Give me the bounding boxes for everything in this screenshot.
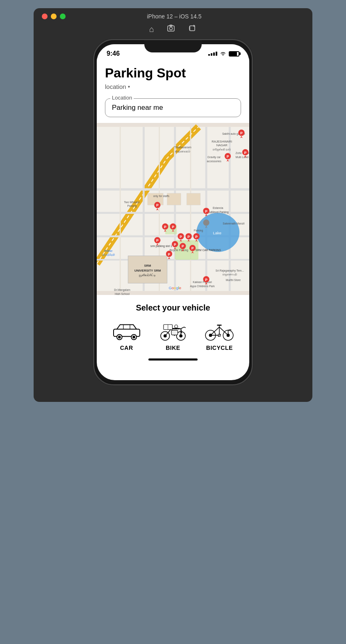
- maximize-button[interactable]: [60, 14, 66, 19]
- vehicle-options: CAR: [103, 321, 243, 351]
- svg-text:P: P: [172, 225, 174, 229]
- phone-notch: [144, 40, 202, 52]
- svg-text:accessories: accessories: [207, 160, 222, 163]
- svg-text:P: P: [227, 154, 229, 159]
- svg-text:P: P: [195, 235, 198, 239]
- svg-text:P: P: [168, 252, 171, 256]
- bicycle-label: BICYCLE: [206, 345, 233, 351]
- minimize-button[interactable]: [51, 14, 57, 19]
- svg-text:Dr.Mangalam: Dr.Mangalam: [114, 288, 130, 292]
- svg-text:Pother: Pother: [105, 249, 113, 252]
- svg-text:P: P: [240, 131, 243, 135]
- vehicle-option-car[interactable]: CAR: [110, 321, 143, 351]
- svg-text:Sri Rajaganaphy Tem...: Sri Rajaganaphy Tem...: [216, 269, 244, 272]
- svg-text:Sakeenath Manzil: Sakeenath Manzil: [223, 222, 244, 225]
- rotate-toolbar-icon[interactable]: [188, 24, 197, 35]
- location-selector-text: location: [105, 83, 126, 90]
- map-container[interactable]: Lake SRM UNIVERSITY SRM யூனிவர்சிட்டி: [97, 123, 249, 295]
- svg-text:தைலாவரம்: தைலாவரம்: [175, 150, 190, 154]
- svg-point-89: [203, 220, 209, 226]
- screenshot-toolbar-icon[interactable]: [166, 24, 175, 35]
- svg-text:P: P: [205, 209, 207, 213]
- mac-toolbar: ⌂: [149, 24, 197, 35]
- svg-text:Multi Level Car...: Multi Level Car...: [236, 156, 249, 159]
- svg-text:Gravity car: Gravity car: [207, 156, 221, 159]
- svg-text:Parking: Parking: [127, 204, 137, 208]
- svg-text:Thailavaram: Thailavaram: [174, 145, 191, 149]
- svg-text:High School: High School: [115, 293, 130, 295]
- vehicle-option-bike[interactable]: BIKE: [157, 321, 189, 351]
- close-button[interactable]: [42, 14, 48, 19]
- svg-text:RAJESHWARI: RAJESHWARI: [212, 140, 232, 143]
- svg-text:SRM: SRM: [144, 264, 151, 268]
- svg-point-95: [133, 336, 135, 338]
- svg-text:P: P: [205, 278, 207, 282]
- svg-text:Bicycle Parking: Bicycle Parking: [170, 249, 189, 252]
- svg-text:Lake: Lake: [213, 231, 221, 235]
- location-input-wrapper: Location Parking near me: [105, 98, 241, 117]
- svg-text:P: P: [156, 238, 159, 243]
- status-time: 9:46: [107, 50, 120, 57]
- mac-chrome: iPhone 12 – iOS 14.5 ⌂: [34, 8, 312, 39]
- car-label: CAR: [120, 345, 133, 351]
- power-button[interactable]: [252, 98, 253, 122]
- svg-text:Parking: Parking: [194, 229, 203, 232]
- window-title: iPhone 12 – iOS 14.5: [147, 13, 201, 20]
- svg-text:Two Wheeler: Two Wheeler: [124, 201, 140, 204]
- traffic-lights: [42, 14, 66, 19]
- svg-text:P: P: [174, 243, 176, 247]
- app-title: Parking Spot: [105, 66, 241, 81]
- vehicle-section-title: Select your vehicle: [103, 303, 243, 313]
- svg-text:Estancia: Estancia: [213, 206, 223, 209]
- svg-text:P: P: [156, 203, 159, 207]
- svg-rect-102: [171, 330, 178, 335]
- battery-icon: [229, 51, 239, 57]
- svg-text:srm parking slot 1: srm parking slot 1: [150, 245, 172, 248]
- battery-fill: [230, 52, 237, 56]
- svg-text:UNIVERSITY SRM: UNIVERSITY SRM: [134, 269, 161, 272]
- location-input-container: Location Parking near me: [97, 94, 249, 123]
- svg-text:பொத்தேரி: பொத்தேரி: [102, 253, 115, 256]
- svg-point-1: [170, 27, 173, 30]
- vehicle-option-bicycle[interactable]: BICYCLE: [203, 321, 236, 351]
- location-input[interactable]: Parking near me: [112, 104, 234, 112]
- phone-wrapper: 9:46: [34, 39, 312, 402]
- location-input-label: Location: [110, 95, 134, 101]
- phone-frame: 9:46: [93, 39, 253, 385]
- signal-icon: [208, 52, 217, 56]
- volume-buttons: [93, 89, 94, 121]
- app-header: Parking Spot location ▾: [97, 59, 249, 94]
- svg-text:யூனிவர்சிட்டி: யூனிவர்சிட்டி: [139, 273, 156, 277]
- mac-top-bar: iPhone 12 – iOS 14.5: [42, 13, 304, 20]
- svg-text:only for staffs: only for staffs: [153, 195, 170, 198]
- vehicle-section: Select your vehicle: [97, 295, 249, 355]
- svg-text:Kakkan Poosari: Kakkan Poosari: [193, 281, 212, 283]
- svg-text:Google: Google: [168, 286, 181, 290]
- svg-text:P: P: [182, 244, 184, 248]
- volume-down-button[interactable]: [93, 107, 94, 121]
- bike-label: BIKE: [166, 345, 180, 351]
- bike-icon: [157, 321, 189, 341]
- app-content: Parking Spot location ▾ Location Parking…: [97, 59, 249, 366]
- svg-rect-0: [168, 26, 174, 31]
- svg-text:P: P: [164, 225, 166, 229]
- location-selector[interactable]: location ▾: [105, 83, 241, 90]
- wifi-icon: [220, 51, 226, 56]
- home-toolbar-icon[interactable]: ⌂: [149, 25, 154, 34]
- home-bar: [148, 358, 198, 361]
- status-icons: [208, 51, 239, 57]
- svg-text:P: P: [191, 246, 194, 250]
- svg-text:P: P: [187, 235, 190, 239]
- svg-text:Ayya Childrens Park: Ayya Childrens Park: [190, 285, 215, 288]
- svg-text:P: P: [244, 151, 247, 155]
- svg-point-94: [118, 336, 121, 338]
- location-dropdown-icon: ▾: [128, 84, 130, 89]
- svg-text:Murthi Store: Murthi Store: [226, 279, 241, 281]
- svg-text:Multilevel Parking: Multilevel Parking: [207, 211, 229, 214]
- svg-text:NAGAR: NAGAR: [216, 143, 228, 147]
- svg-rect-22: [187, 193, 200, 205]
- svg-text:P: P: [180, 235, 182, 239]
- volume-up-button[interactable]: [93, 89, 94, 103]
- svg-point-105: [175, 325, 178, 328]
- map-svg: Lake SRM UNIVERSITY SRM யூனிவர்சிட்டி: [97, 123, 249, 295]
